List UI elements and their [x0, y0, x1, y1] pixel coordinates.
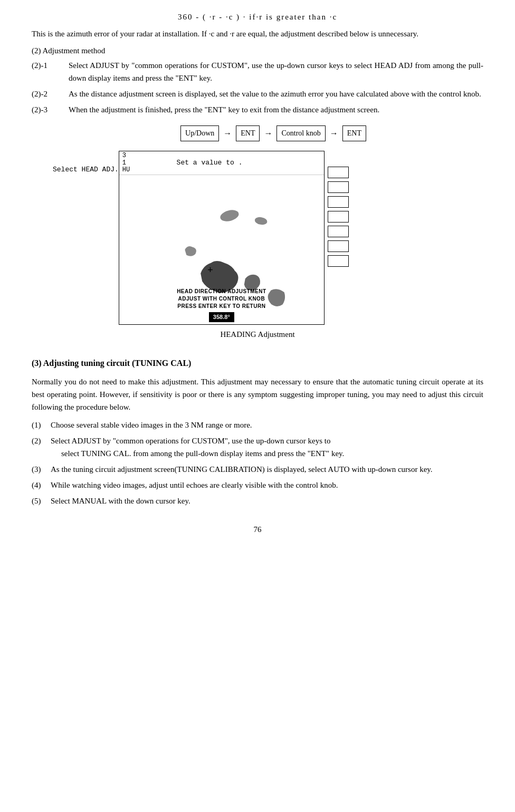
step-box-updown: Up/Down	[180, 125, 219, 141]
right-box-7	[328, 255, 349, 267]
screen-value: 358.8°	[209, 312, 234, 323]
screen-right-panel	[325, 151, 349, 267]
list-item: (2) Select ADJUST by "common operations …	[32, 434, 483, 460]
adj-item-label: (2)-1	[32, 59, 69, 84]
step-arrow-1: →	[219, 127, 236, 140]
adj-item-text: When the adjustment is finished, press t…	[69, 103, 483, 116]
right-box-5	[328, 226, 349, 237]
screen-radar-area: + HEAD DIRECTION ADJUSTMENT ADJUST WITH …	[119, 175, 324, 324]
adj-item: (2)-2 As the distance adjustment screen …	[32, 88, 483, 100]
step-box-controlknob: Control knob	[276, 125, 325, 141]
list-item-content: Select MANUAL with the down cursor key.	[51, 495, 483, 507]
adj-item: (2)-1 Select ADJUST by "common operation…	[32, 59, 483, 84]
list-item-num: (2)	[32, 434, 51, 460]
screen-line2: ADJUST WITH CONTROL KNOB	[119, 295, 324, 303]
right-box-2	[328, 181, 349, 193]
list-item-content: Choose several stable video images in th…	[51, 419, 483, 431]
list-item-num: (1)	[32, 419, 51, 431]
screen-line1: HEAD DIRECTION ADJUSTMENT	[119, 288, 324, 295]
diagram-caption: HEADING Adjustment	[32, 328, 483, 341]
right-box-1	[328, 167, 349, 178]
step-arrow-3: →	[326, 127, 342, 140]
adj-item-text: Select ADJUST by "common operations for …	[69, 59, 483, 84]
screen-top-bar: 3 1 HU Set a value to .	[119, 151, 324, 175]
screen-line3: PRESS ENTER KEY TO RETURN	[119, 303, 324, 310]
adj-item-label: (2)-3	[32, 103, 69, 116]
right-box-4	[328, 211, 349, 223]
adj-item: (2)-3 When the adjustment is finished, p…	[32, 103, 483, 116]
screen-label: Select HEAD ADJ.	[53, 151, 119, 174]
list-items: (1) Choose several stable video images i…	[32, 419, 483, 507]
adj-item-label: (2)-2	[32, 88, 69, 100]
top-paragraph: This is the azimuth error of your radar …	[32, 27, 483, 40]
step-arrow-2: →	[260, 127, 276, 140]
list-item-num: (3)	[32, 463, 51, 476]
list-item-content: Select ADJUST by "common operations for …	[51, 434, 344, 460]
right-box-3	[328, 196, 349, 208]
list-item-content: As the tuning circuit adjustment screen(…	[51, 463, 483, 476]
page-number: 76	[32, 523, 483, 536]
formula-line: 360 - ( ·r - ·c ) · if·r is greater than…	[32, 11, 483, 23]
svg-text:+: +	[207, 265, 213, 275]
list-item-num: (5)	[32, 495, 51, 507]
list-item-content: While watching video images, adjust unti…	[51, 479, 483, 491]
right-box-6	[328, 240, 349, 252]
list-item: (1) Choose several stable video images i…	[32, 419, 483, 431]
step-diagram: Up/Down → ENT → Control knob → ENT	[63, 125, 483, 141]
section3-paragraph: Normally you do not need to make this ad…	[32, 375, 483, 413]
list-item: (3) As the tuning circuit adjustment scr…	[32, 463, 483, 476]
adjustment-items: (2)-1 Select ADJUST by "common operation…	[32, 59, 483, 116]
svg-point-1	[254, 216, 268, 226]
list-item-num: (4)	[32, 479, 51, 491]
screen-set-text: Set a value to .	[130, 158, 321, 169]
step-box-ent2: ENT	[342, 125, 366, 141]
screen-display: 3 1 HU Set a value to .	[119, 151, 325, 325]
screen-numbers: 3 1 HU	[122, 152, 130, 173]
list-item: (5) Select MANUAL with the down cursor k…	[32, 495, 483, 507]
section3-header: (3) Adjusting tuning circuit (TUNING CAL…	[32, 356, 483, 370]
adj-item-text: As the distance adjustment screen is dis…	[69, 88, 483, 100]
svg-point-0	[219, 208, 240, 223]
screen-container: Select HEAD ADJ. 3 1 HU Set a value to .	[53, 151, 483, 325]
screen-bottom-text: HEAD DIRECTION ADJUSTMENT ADJUST WITH CO…	[119, 286, 324, 310]
step-box-ent1: ENT	[236, 125, 260, 141]
list-item: (4) While watching video images, adjust …	[32, 479, 483, 491]
section2-header: (2) Adjustment method	[32, 44, 483, 57]
screen-bottom: HEAD DIRECTION ADJUSTMENT ADJUST WITH CO…	[119, 286, 324, 325]
